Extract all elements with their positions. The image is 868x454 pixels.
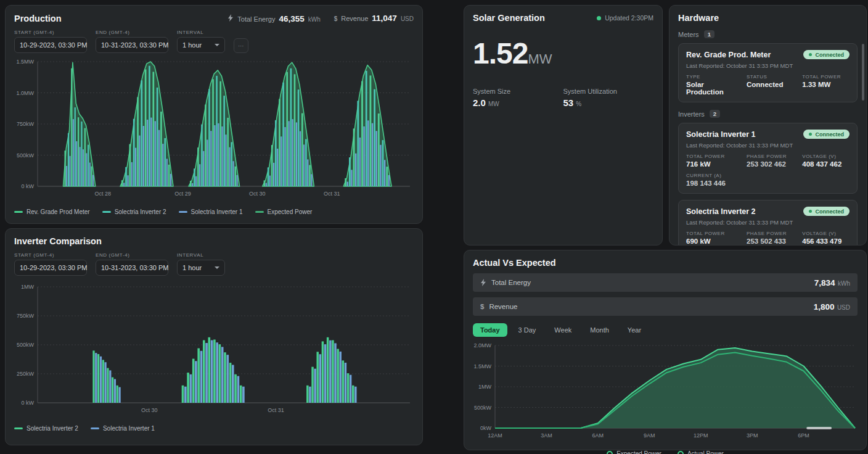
field-current: CURRENT (A)198 143 446: [686, 173, 743, 187]
end-label: END (GMT-4): [96, 252, 168, 258]
actual-vs-expected-legend: Expected PowerActual Power: [473, 450, 858, 454]
generation-unit: MW: [528, 51, 552, 67]
svg-text:250kW: 250kW: [17, 371, 35, 377]
revenue-unit: USD: [837, 304, 850, 311]
inverter-card-2[interactable]: Solectria Inverter 2 Connected Last Repo…: [678, 200, 858, 246]
total-energy-strip: Total Energy 7,834 kWh: [473, 273, 858, 292]
legend-item-solectria-inverter-2[interactable]: Solectria Inverter 2: [102, 208, 166, 215]
status-badge-label: Connected: [815, 131, 844, 138]
solar-generation-title: Solar Generation: [473, 13, 545, 23]
total-energy-value: 7,834: [814, 278, 835, 287]
system-utilization: System Utilization 53 %: [563, 88, 654, 108]
inverters-label: Inverters: [678, 110, 705, 118]
svg-text:Oct 30: Oct 30: [249, 191, 266, 197]
svg-text:0 kW: 0 kW: [21, 183, 34, 189]
tab-year[interactable]: Year: [620, 323, 649, 337]
svg-text:9AM: 9AM: [644, 432, 655, 439]
svg-text:2.0MW: 2.0MW: [473, 342, 491, 349]
system-size: System Size 2.0 MW: [473, 88, 563, 108]
inverter-comparison-legend: Solectria Inverter 2Solectria Inverter 1: [14, 425, 414, 432]
production-panel: Production Total Energy 46,355 kWh $ Rev…: [5, 5, 423, 224]
tab-today[interactable]: Today: [473, 323, 507, 337]
status-badge: Connected: [803, 130, 850, 139]
revenue-value: 11,047: [372, 14, 397, 23]
total-energy-label: Total Energy: [491, 279, 531, 286]
actual-vs-expected-panel: Actual Vs Expected Total Energy 7,834 kW…: [464, 250, 867, 450]
interval-label: INTERVAL: [177, 252, 225, 258]
total-energy-label: Total Energy: [237, 15, 275, 23]
legend-item-expected-power[interactable]: Expected Power: [607, 450, 661, 454]
production-legend: Rev. Grade Prod MeterSolectria Inverter …: [14, 208, 414, 215]
field-phase-power: PHASE POWER253 302 462: [747, 154, 798, 168]
tab-3-day[interactable]: 3 Day: [511, 323, 544, 337]
svg-text:500kW: 500kW: [17, 152, 35, 159]
tab-week[interactable]: Week: [547, 323, 579, 337]
field-total-power: TOTAL POWER716 kW: [686, 154, 743, 168]
legend-item-solectria-inverter-1[interactable]: Solectria Inverter 1: [91, 425, 155, 432]
chart-scrubber[interactable]: [806, 427, 832, 429]
revenue-strip: $ Revenue 1,800 USD: [473, 297, 858, 316]
start-date-input[interactable]: 10-29-2023, 03:30 PM: [14, 260, 87, 276]
system-size-value: 2.0: [473, 97, 486, 108]
interval-select[interactable]: 1 hour: [177, 37, 225, 53]
svg-text:1.5MW: 1.5MW: [473, 363, 491, 369]
production-total-energy: Total Energy 46,355 kWh: [227, 13, 320, 23]
total-energy-unit: kWh: [838, 280, 850, 287]
svg-text:Oct 29: Oct 29: [174, 191, 191, 197]
revenue-unit: USD: [401, 15, 414, 22]
meters-count-badge: 1: [704, 30, 714, 38]
field-total-power: TOTAL POWER690 kW: [686, 231, 743, 245]
legend-label: Solectria Inverter 1: [191, 208, 243, 215]
svg-text:12PM: 12PM: [694, 432, 708, 439]
legend-item-expected-power[interactable]: Expected Power: [255, 208, 313, 215]
legend-ring-icon: [607, 451, 613, 454]
lightning-icon: [227, 13, 234, 20]
end-date-input[interactable]: 10-31-2023, 03:30 PM: [96, 260, 168, 276]
dollar-icon: $: [480, 303, 484, 310]
interval-select[interactable]: 1 hour: [177, 260, 225, 276]
last-reported: Last Reported: October 31 3:33 PM MDT: [686, 142, 850, 149]
production-chart: 1.5MW1.0MW750kW500kW0 kWOct 28Oct 29Oct …: [14, 56, 415, 204]
current-generation: 1.52MW: [473, 36, 653, 70]
svg-text:1.0MW: 1.0MW: [16, 90, 34, 96]
legend-item-solectria-inverter-1[interactable]: Solectria Inverter 1: [179, 208, 243, 215]
svg-text:1MW: 1MW: [21, 284, 35, 290]
interval-label: INTERVAL: [177, 30, 225, 35]
hardware-title: Hardware: [678, 13, 858, 23]
legend-item-solectria-inverter-2[interactable]: Solectria Inverter 2: [14, 425, 78, 432]
more-options-button[interactable]: ⋯: [234, 38, 248, 53]
actual-vs-expected-chart: 2.0MW1.5MW1MW500kW0kW12AM3AM6AM9AM12PM3P…: [473, 340, 859, 447]
field-type: TYPESolar Production: [686, 74, 743, 96]
time-range-tabs: Today3 DayWeekMonthYear: [473, 323, 858, 337]
legend-dash-icon: [255, 211, 264, 213]
revenue-label: Revenue: [489, 303, 517, 310]
inverter-comparison-title: Inverter Comparison: [14, 236, 102, 246]
revenue-label: Revenue: [341, 15, 368, 22]
legend-dash-icon: [91, 427, 99, 429]
system-size-label: System Size: [473, 88, 563, 95]
end-date-input[interactable]: 10-31-2023, 03:30 PM: [96, 37, 168, 53]
start-label: START (GMT-4): [14, 252, 87, 258]
tab-month[interactable]: Month: [583, 323, 616, 337]
end-label: END (GMT-4): [96, 30, 168, 35]
interval-value: 1 hour: [182, 264, 202, 271]
svg-text:0 kW: 0 kW: [21, 400, 34, 406]
legend-label: Solectria Inverter 1: [103, 425, 155, 432]
inverter-comparison-chart: 1MW750kW500kW250kW0 kWOct 30Oct 31: [14, 279, 415, 420]
meters-label: Meters: [678, 31, 699, 38]
scrollbar-thumb[interactable]: [862, 44, 864, 101]
start-date-input[interactable]: 10-29-2023, 03:30 PM: [14, 37, 87, 53]
meter-card[interactable]: Rev. Grade Prod. Meter Connected Last Re…: [678, 43, 858, 102]
inverter-card-1[interactable]: Solectria Inverter 1 Connected Last Repo…: [678, 123, 858, 194]
legend-dash-icon: [179, 211, 187, 213]
meter-name: Rev. Grade Prod. Meter: [686, 51, 771, 59]
legend-item-actual-power[interactable]: Actual Power: [678, 450, 724, 454]
inverters-count-badge: 2: [710, 110, 720, 118]
system-size-unit: MW: [488, 101, 499, 107]
legend-dash-icon: [102, 211, 111, 213]
inverter-name: Solectria Inverter 2: [686, 207, 756, 216]
legend-item-rev-grade-prod-meter[interactable]: Rev. Grade Prod Meter: [14, 208, 90, 215]
legend-label: Expected Power: [268, 208, 313, 215]
svg-text:Oct 31: Oct 31: [268, 407, 284, 413]
svg-text:Oct 30: Oct 30: [141, 407, 158, 413]
